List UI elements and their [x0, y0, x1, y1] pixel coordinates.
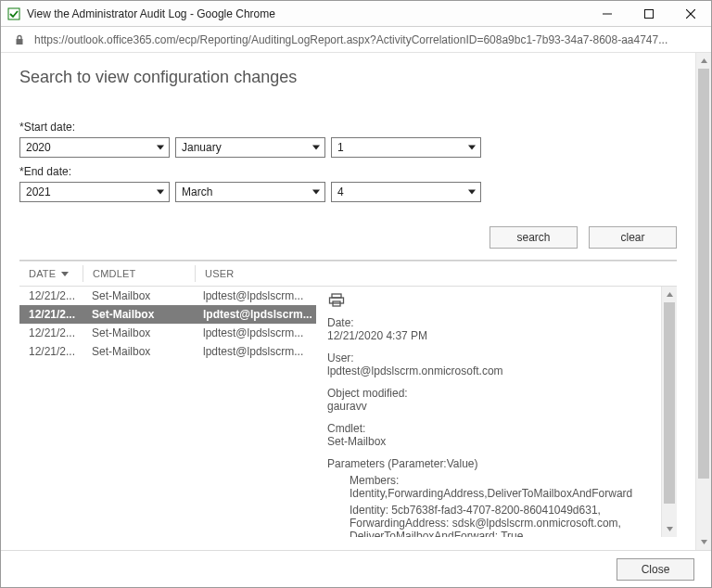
dialog-footer: Close: [1, 550, 711, 587]
detail-cmdlet-label: Cmdlet:: [327, 422, 655, 435]
scroll-down-icon[interactable]: [696, 534, 711, 550]
window-title: View the Administrator Audit Log - Googl…: [27, 7, 275, 20]
svg-rect-0: [8, 8, 19, 19]
svg-rect-5: [17, 39, 23, 45]
page-scrollbar[interactable]: [695, 53, 711, 550]
cell-cmdlet: Set-Mailbox: [83, 326, 194, 339]
window-close-button[interactable]: [669, 1, 711, 27]
lock-icon: [12, 32, 27, 47]
cell-cmdlet: Set-Mailbox: [83, 308, 194, 321]
window-minimize-button[interactable]: [586, 1, 628, 27]
scroll-down-icon[interactable]: [662, 521, 677, 537]
table-row[interactable]: 12/21/2...Set-Mailboxlpdtest@lpdslscrm..…: [19, 287, 316, 305]
cell-user: lpdtest@lpdslscrm...: [194, 326, 314, 339]
detail-date-value: 12/21/2020 4:37 PM: [327, 329, 655, 342]
titlebar: View the Administrator Audit Log - Googl…: [1, 1, 711, 27]
close-button[interactable]: Close: [617, 558, 694, 581]
favicon: [6, 6, 21, 21]
detail-pane: Date: 12/21/2020 4:37 PM User: lpdtest@l…: [316, 287, 677, 537]
start-year-select[interactable]: 2020: [19, 137, 170, 158]
detail-params-line: Members: Identity,ForwardingAddress,Deli…: [327, 474, 655, 500]
detail-scrollbar[interactable]: [661, 287, 677, 537]
cell-date: 12/21/2...: [19, 345, 83, 358]
cell-cmdlet: Set-Mailbox: [83, 289, 194, 302]
content-area: Search to view configuration changes *St…: [1, 53, 711, 587]
table-row[interactable]: 12/21/2...Set-Mailboxlpdtest@lpdslscrm..…: [19, 324, 316, 342]
svg-rect-9: [330, 298, 344, 303]
cell-user: lpdtest@lpdslscrm...: [194, 345, 314, 358]
svg-marker-11: [667, 292, 673, 297]
cell-cmdlet: Set-Mailbox: [83, 345, 194, 358]
svg-rect-2: [644, 9, 653, 18]
print-icon[interactable]: [327, 292, 346, 309]
start-day-select[interactable]: 1: [331, 137, 481, 158]
scroll-up-icon[interactable]: [696, 53, 711, 69]
table-row[interactable]: 12/21/2...Set-Mailboxlpdtest@lpdslscrm..…: [19, 305, 316, 324]
detail-user-label: User:: [327, 352, 655, 364]
column-header-date[interactable]: DATE: [19, 268, 83, 279]
column-header-cmdlet[interactable]: CMDLET: [83, 268, 195, 279]
page-title: Search to view configuration changes: [19, 68, 677, 87]
svg-marker-12: [667, 527, 673, 531]
svg-marker-6: [701, 58, 707, 63]
address-bar: https://outlook.office365.com/ecp/Report…: [1, 27, 711, 53]
table-row[interactable]: 12/21/2...Set-Mailboxlpdtest@lpdslscrm..…: [19, 342, 316, 361]
detail-params-line: Identity: 5cb7638f-fad3-4707-8200-860410…: [327, 504, 655, 537]
end-month-select[interactable]: March: [175, 182, 325, 202]
start-month-select[interactable]: January: [175, 137, 325, 158]
end-date-label: *End date:: [19, 165, 677, 178]
search-button[interactable]: search: [490, 226, 578, 249]
url-text[interactable]: https://outlook.office365.com/ecp/Report…: [34, 33, 704, 46]
cell-user: lpdtest@lpdslscrm...: [194, 308, 314, 321]
results-header: DATE CMDLET USER: [19, 261, 677, 287]
results-area: DATE CMDLET USER 12/21/2...Set-Mailboxlp…: [19, 260, 677, 537]
detail-date-label: Date:: [327, 316, 655, 329]
end-date-row: 2021 March 4: [19, 182, 677, 202]
end-day-select[interactable]: 4: [331, 182, 481, 202]
results-rows: 12/21/2...Set-Mailboxlpdtest@lpdslscrm..…: [19, 287, 316, 537]
detail-object-label: Object modified:: [327, 387, 655, 400]
end-year-select[interactable]: 2021: [19, 182, 170, 202]
clear-button[interactable]: clear: [589, 226, 677, 249]
cell-user: lpdtest@lpdslscrm...: [194, 289, 314, 302]
start-date-row: 2020 January 1: [19, 137, 677, 158]
detail-params-label: Parameters (Parameter:Value): [327, 457, 655, 470]
chrome-window: View the Administrator Audit Log - Googl…: [0, 0, 712, 588]
detail-user-value: lpdtest@lpdslscrm.onmicrosoft.com: [327, 364, 655, 377]
svg-marker-7: [701, 540, 707, 544]
window-maximize-button[interactable]: [628, 1, 669, 27]
cell-date: 12/21/2...: [19, 308, 83, 321]
cell-date: 12/21/2...: [19, 289, 83, 302]
cell-date: 12/21/2...: [19, 326, 83, 339]
column-header-user[interactable]: USER: [196, 268, 316, 279]
scroll-up-icon[interactable]: [662, 287, 677, 302]
sort-desc-icon: [61, 272, 69, 276]
start-date-label: *Start date:: [19, 121, 677, 134]
detail-cmdlet-value: Set-Mailbox: [327, 435, 655, 448]
detail-object-value: gauravv: [327, 400, 655, 413]
